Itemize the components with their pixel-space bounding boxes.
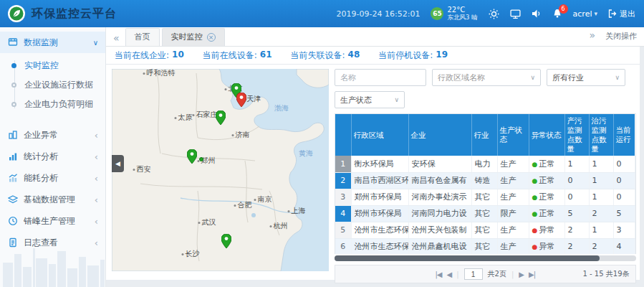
col-abnormal-status[interactable]: 异常状态	[529, 114, 564, 156]
sidebar-subitem-realtime-monitoring[interactable]: 实时监控	[0, 56, 105, 75]
col-running[interactable]: 当前运行	[613, 114, 635, 156]
cell-abnormal: ●正常	[529, 172, 564, 189]
horizontal-scrollbar[interactable]	[335, 255, 636, 261]
stat-value: 61	[260, 50, 272, 62]
map-sea-label: 渤海	[274, 103, 289, 113]
close-operations-button[interactable]: 关闭操作	[605, 31, 637, 42]
sidebar-item-peak-production[interactable]: 错峰生产管理 ‹	[0, 210, 105, 232]
table-row[interactable]: 4 郑州市环保局 河南同力电力设 其它 限产 ●正常 5 2 5	[335, 205, 635, 222]
sidebar-item-enterprise-abnormal[interactable]: 企业异常 ‹	[0, 124, 105, 146]
table-row[interactable]: 1 衡水环保局 安环保 电力 生产 ●正常 1 1 0	[335, 156, 635, 172]
col-pollution-points[interactable]: 产污监测点数量	[564, 114, 589, 156]
content-area: 当前在线企业: 10 当前在线设备: 61 当前失联设备: 48 当前停机设备:…	[106, 47, 640, 280]
cell-treat-points: 2	[589, 238, 613, 254]
pagination-bar: |◀ ◀ | 共2页 | ▶ ▶| 1 - 15 共19条	[335, 265, 636, 283]
name-search-input[interactable]	[335, 69, 426, 86]
sidebar-item-label: 基础数据管理	[24, 194, 75, 206]
next-page-button[interactable]: ▶	[519, 270, 524, 278]
notification-count-badge: 6	[559, 4, 568, 14]
cell-running: 3	[613, 222, 635, 238]
sidebar-item-energy-analysis[interactable]: 能耗分析 ‹	[0, 167, 105, 189]
cell-running: 5	[613, 205, 635, 222]
sidebar-item-statistics[interactable]: 统计分析 ‹	[0, 146, 105, 167]
col-production-status[interactable]: 生产状态	[497, 114, 529, 156]
table-row[interactable]: 3 郑州市环保局 河南办事处演示 其它 生产 ●正常 0 1 0	[335, 189, 635, 205]
total-records-label: 共19条	[606, 270, 630, 278]
main-panel: 呼和浩特 北京 天津 石家庄 太原 济南 郑州 西安 南京 合肥 上海 武汉 杭…	[106, 65, 640, 283]
map-marker-dot[interactable]	[199, 157, 203, 161]
tabs-scroll-right-button[interactable]: »	[582, 29, 601, 43]
sidebar-item-base-data[interactable]: 基础数据管理 ‹	[0, 189, 105, 210]
sidebar-items: 企业异常 ‹ 统计分析 ‹ 能耗分析	[0, 124, 105, 253]
notifications-bell-icon[interactable]: 6	[552, 9, 562, 19]
cell-abnormal: ●正常	[529, 205, 564, 222]
tabs-scroll-left-button[interactable]: «	[106, 32, 125, 46]
cell-production: 生产	[497, 189, 529, 205]
col-treatment-points[interactable]: 治污监测点数量	[589, 114, 613, 156]
scrollbar-thumb[interactable]	[335, 255, 600, 261]
monitor-right-panel: 行政区域名称 ∨ 所有行业 ∨ 生产状态 ∨	[329, 69, 636, 283]
monitor-icon[interactable]	[510, 9, 521, 19]
map-city-label: 杭州	[270, 221, 288, 231]
cell-treat-points: 1	[589, 189, 613, 205]
industry-select[interactable]: 所有行业 ∨	[547, 69, 625, 86]
table-row[interactable]: 2 南昌市西湖区环保 南昌有色金属有 铸造 生产 ●正常 0 1 0	[335, 172, 635, 189]
stat-online-devices: 当前在线设备: 61	[203, 50, 272, 62]
cell-running: 4	[613, 238, 635, 254]
cell-abnormal: ●正常	[529, 156, 564, 172]
sidebar-subitem-facility-data[interactable]: 企业设施运行数据	[0, 75, 105, 95]
region-select-value: 行政区域名称	[438, 72, 485, 83]
map-pin-red[interactable]	[236, 93, 246, 107]
table-row[interactable]: 5 沧州市生态环保局 沧州天兴包装制 其它 生产 ●异常 2 1 3	[335, 222, 635, 238]
row-index: 3	[335, 189, 351, 205]
map-pin-green[interactable]	[216, 110, 226, 125]
caret-down-icon: ▾	[594, 10, 597, 17]
cell-abnormal: ●异常	[529, 238, 564, 254]
table-row[interactable]: 6 沧州市生态环保局 沧州鼎鑫机电设 其它 生产 ●异常 2 2 4	[335, 238, 635, 254]
col-company[interactable]: 企业	[408, 114, 471, 156]
tab-home[interactable]: 首页	[125, 28, 160, 46]
status-dot-red: ●	[532, 227, 538, 234]
chevron-down-icon: ∨	[93, 39, 98, 47]
logout-button[interactable]: 退出	[608, 9, 635, 19]
logout-icon	[608, 9, 617, 18]
stat-online-enterprises: 当前在线企业: 10	[115, 50, 184, 62]
cell-production: 生产	[497, 172, 529, 189]
last-page-button[interactable]: ▶|	[529, 270, 535, 278]
chevron-left-icon: ‹	[95, 130, 98, 141]
bar-chart-line-icon	[7, 173, 18, 184]
cell-region: 郑州市环保局	[351, 205, 408, 222]
cell-production: 生产	[497, 238, 529, 254]
map-collapse-button[interactable]: ◀	[112, 155, 124, 172]
row-index: 5	[335, 222, 351, 238]
cell-region: 沧州市生态环保局	[351, 222, 408, 238]
region-select[interactable]: 行政区域名称 ∨	[432, 69, 541, 86]
speaker-icon[interactable]	[532, 9, 542, 19]
cell-company: 沧州天兴包装制	[408, 222, 471, 238]
sidebar-item-data-monitoring[interactable]: 数据监测 ∨	[0, 32, 105, 53]
tab-close-icon[interactable]: ×	[207, 33, 216, 42]
user-menu[interactable]: acrel ▾	[573, 9, 597, 19]
cell-produce-points: 2	[564, 222, 589, 238]
tab-realtime-monitoring[interactable]: 实时监控 ×	[162, 28, 225, 46]
production-status-select[interactable]: 生产状态 ∨	[335, 91, 405, 108]
map-sea-label: 黄海	[299, 149, 313, 159]
sidebar-subitem-power-load-detail[interactable]: 企业电力负荷明细	[0, 95, 105, 114]
stat-label: 当前在线设备:	[203, 50, 257, 62]
first-page-button[interactable]: |◀	[435, 270, 441, 278]
col-industry[interactable]: 行业	[471, 114, 497, 156]
col-region[interactable]: 行政区域	[351, 114, 408, 156]
page-input[interactable]	[464, 268, 483, 280]
map-pin-green[interactable]	[187, 149, 197, 164]
bullet-icon	[11, 63, 16, 68]
header-datetime: 2019-09-24 16:52:01	[337, 9, 420, 19]
map-panel[interactable]: 呼和浩特 北京 天津 石家庄 太原 济南 郑州 西安 南京 合肥 上海 武汉 杭…	[112, 69, 329, 271]
total-pages-label: 共2页	[488, 269, 506, 279]
cell-industry: 铸造	[471, 172, 497, 189]
cell-abnormal: ●正常	[529, 189, 564, 205]
cell-industry: 其它	[471, 189, 497, 205]
prev-page-button[interactable]: ◀	[446, 270, 451, 278]
sun-weather-icon	[489, 9, 499, 19]
map-pin-green[interactable]	[221, 234, 231, 248]
cell-produce-points: 0	[564, 189, 589, 205]
